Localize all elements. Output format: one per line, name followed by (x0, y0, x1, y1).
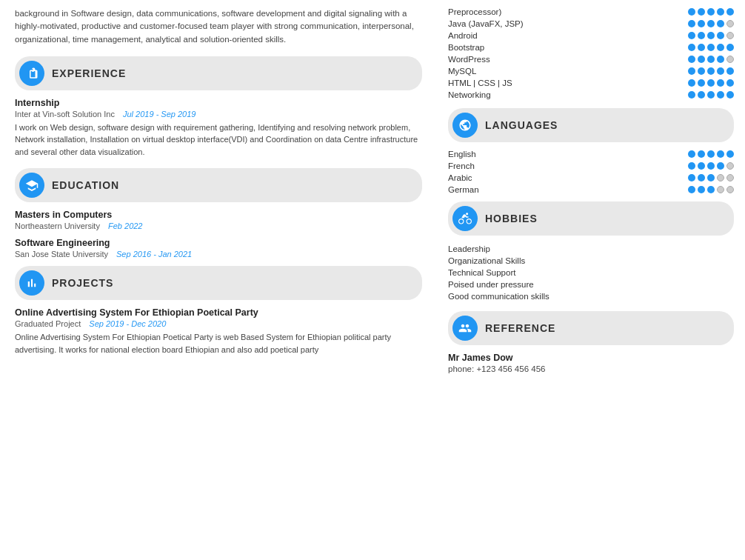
lang-name-0: English (448, 150, 544, 159)
project-title-0: Online Advertising System For Ethiopian … (15, 307, 422, 318)
lang-row-1: French (448, 161, 734, 170)
dot (688, 8, 695, 16)
dot (726, 56, 734, 63)
lang-dots-2 (688, 174, 734, 181)
projects-section: PROJECTS Online Advertising System For E… (15, 266, 422, 356)
dot (698, 91, 705, 99)
lang-row-3: German (448, 185, 734, 194)
experience-item: Internship Inter at Vin-soft Solution In… (15, 98, 422, 159)
skill-name-2: Android (448, 31, 544, 40)
dot (726, 32, 734, 39)
languages-section: LANGUAGES EnglishFrenchArabicGerman (448, 108, 734, 194)
dot (726, 67, 734, 75)
dot (698, 79, 705, 87)
dot (688, 79, 695, 87)
reference-phone: phone: +123 456 456 456 (448, 364, 734, 373)
dot (698, 67, 705, 75)
lang-row-2: Arabic (448, 173, 734, 182)
dot (688, 67, 695, 75)
skill-name-6: HTML | CSS | JS (448, 79, 544, 87)
dot (707, 8, 715, 16)
edu-item-1: Software Engineering San Jose State Univ… (15, 238, 422, 259)
dot (707, 150, 715, 158)
skill-name-1: Java (JavaFX, JSP) (448, 19, 544, 28)
languages-icon (452, 113, 478, 138)
skill-dots-3 (688, 44, 734, 51)
dot (717, 20, 724, 27)
projects-header: PROJECTS (15, 266, 422, 300)
lang-row-0: English (448, 150, 734, 159)
hobby-item-1: Organizational Skills (448, 255, 734, 267)
school-0: Northeastern University Feb 2022 (15, 221, 422, 230)
people-icon (458, 321, 472, 335)
dot (688, 186, 695, 193)
skill-dots-4 (688, 56, 734, 63)
dot (726, 174, 734, 181)
dot (726, 162, 734, 170)
chart-icon (25, 276, 39, 290)
dot (688, 150, 695, 158)
dot (698, 186, 705, 193)
skill-dots-0 (688, 8, 734, 16)
dot (707, 44, 715, 51)
skill-dots-1 (688, 20, 734, 27)
dot (717, 186, 724, 193)
project-sub-0: Graduated Project Sep 2019 - Dec 2020 (15, 319, 422, 328)
project-desc-0: Online Advertising System For Ethiopian … (15, 331, 422, 356)
dot (688, 174, 695, 181)
language-rows: EnglishFrenchArabicGerman (448, 150, 734, 194)
skill-name-4: WordPress (448, 55, 544, 64)
dot (698, 8, 705, 16)
education-header: EDUCATION (15, 168, 422, 202)
lang-dots-1 (688, 162, 734, 170)
company-name: Inter at Vin-soft Solution Inc Jul 2019 … (15, 110, 422, 119)
dot (707, 56, 715, 63)
skill-dots-6 (688, 79, 734, 87)
school-1: San Jose State University Sep 2016 - Jan… (15, 250, 422, 259)
dot (698, 56, 705, 63)
bike-icon (458, 212, 472, 225)
dot (726, 20, 734, 27)
dot (707, 79, 715, 87)
skill-dots-5 (688, 67, 734, 75)
dot (717, 174, 724, 181)
hobbies-title: HOBBIES (485, 213, 538, 224)
reference-icon (452, 316, 478, 341)
skill-row-2: Android (448, 31, 734, 40)
dot (688, 32, 695, 39)
skill-row-7: Networking (448, 90, 734, 99)
dot (717, 44, 724, 51)
dot (707, 32, 715, 39)
hobbies-section: HOBBIES LeadershipOrganizational SkillsT… (448, 201, 734, 302)
skills-section: Preprocessor)Java (JavaFX, JSP)AndroidBo… (448, 7, 734, 99)
projects-title: PROJECTS (52, 277, 113, 289)
languages-header: LANGUAGES (448, 108, 734, 142)
right-column: Preprocessor)Java (JavaFX, JSP)AndroidBo… (437, 0, 745, 560)
dot (698, 162, 705, 170)
degree-0: Masters in Computers (15, 210, 422, 220)
hobbies-list: LeadershipOrganizational SkillsTechnical… (448, 243, 734, 302)
lang-dots-0 (688, 150, 734, 158)
dot (688, 56, 695, 63)
lang-dots-3 (688, 186, 734, 193)
hobby-item-4: Good communication skills (448, 290, 734, 302)
experience-section: EXPERIENCE Internship Inter at Vin-soft … (15, 56, 422, 159)
dot (726, 79, 734, 87)
skill-row-3: Bootstrap (448, 43, 734, 52)
education-section: EDUCATION Masters in Computers Northeast… (15, 168, 422, 259)
skill-row-0: Preprocessor) (448, 7, 734, 16)
education-icon (19, 173, 44, 198)
reference-section: REFERENCE Mr James Dow phone: +123 456 4… (448, 311, 734, 373)
dot (688, 91, 695, 99)
languages-title: LANGUAGES (485, 119, 558, 131)
dot (707, 174, 715, 181)
dot (717, 79, 724, 87)
reference-title: REFERENCE (485, 322, 555, 334)
job-title: Internship (15, 98, 422, 108)
hobbies-header: HOBBIES (448, 201, 734, 236)
dot (726, 186, 734, 193)
dot (717, 150, 724, 158)
graduation-icon (25, 179, 39, 192)
skill-row-5: MySQL (448, 67, 734, 76)
dot (726, 44, 734, 51)
